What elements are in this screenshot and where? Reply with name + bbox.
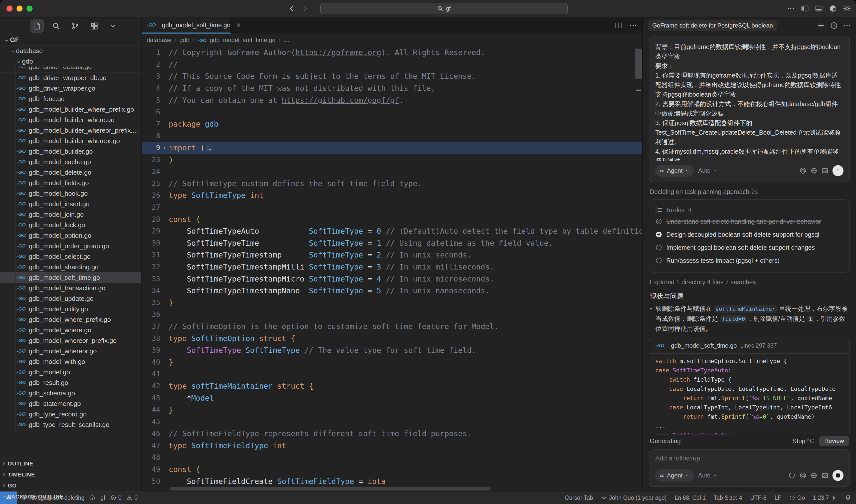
search-icon[interactable] bbox=[50, 20, 62, 32]
tree-file-gdb-model-builder-where-go[interactable]: GOgdb_model_builder_where.go bbox=[0, 114, 141, 125]
tree-file-gdb-model-hook-go[interactable]: GOgdb_model_hook.go bbox=[0, 188, 141, 199]
editor-more-actions-icon[interactable] bbox=[629, 21, 637, 30]
code-line-41[interactable]: 41 bbox=[142, 368, 642, 380]
go-version[interactable]: 1.23.7 bbox=[813, 494, 837, 501]
tree-file-gdb-model-insert-go[interactable]: GOgdb_model_insert.go bbox=[0, 199, 141, 209]
language-mode[interactable]: Go bbox=[789, 494, 805, 501]
fold-icon[interactable]: › bbox=[160, 144, 169, 152]
encoding[interactable]: UTF-8 bbox=[750, 494, 766, 501]
breadcrumb-item[interactable]: database bbox=[147, 37, 172, 43]
mention-icon[interactable] bbox=[799, 167, 806, 174]
breadcrumb-item[interactable]: … bbox=[283, 37, 289, 43]
code-line-48[interactable]: 48 bbox=[142, 451, 642, 464]
send-message-button[interactable]: ↑ bbox=[833, 165, 843, 176]
tree-folder-database[interactable]: ⌄database bbox=[0, 46, 141, 56]
extensions-cube-icon[interactable] bbox=[829, 4, 837, 13]
code-line-43[interactable]: 43 *Model bbox=[142, 392, 642, 404]
code-line-9[interactable]: 9›import (… bbox=[142, 142, 642, 154]
followup-input[interactable]: Add a follow-up bbox=[655, 454, 843, 466]
code-line-47[interactable]: 47type SoftTimeFieldType int bbox=[142, 440, 642, 452]
tree-file-gdb-model-whereor-prefix-go[interactable]: GOgdb_model_whereor_prefix.go bbox=[0, 335, 141, 346]
todo-item[interactable]: Understand soft delete handling and per-… bbox=[655, 215, 843, 228]
close-window-button[interactable] bbox=[6, 5, 13, 12]
code-line-27[interactable]: 27 bbox=[142, 201, 642, 214]
tree-file-gdb-model-soft-time-go[interactable]: GOgdb_model_soft_time.go bbox=[0, 272, 141, 283]
code-line-38[interactable]: 38type SoftTimeOption struct { bbox=[142, 332, 642, 344]
review-button[interactable]: Review bbox=[819, 436, 849, 446]
explored-summary[interactable]: Explored 1 directory 4 files 7 searches bbox=[650, 278, 849, 286]
code-line-50[interactable]: 50 SoftTimeFieldCreate SoftTimeFieldType… bbox=[142, 475, 642, 487]
tree-file-gdb-model-go[interactable]: GOgdb_model.go bbox=[0, 367, 141, 377]
attach-image-icon[interactable] bbox=[821, 472, 828, 479]
code-line-24[interactable]: 24 bbox=[142, 166, 642, 178]
git-blame[interactable]: John Guo (1 year ago) bbox=[601, 494, 666, 501]
toggle-sidebar-icon[interactable] bbox=[801, 4, 809, 13]
tree-file-gdb-model-delete-go[interactable]: GOgdb_model_delete.go bbox=[0, 167, 141, 178]
cursor-position[interactable]: Ln 68, Col 1 bbox=[675, 494, 706, 501]
code-line-1[interactable]: 1// Copyright GoFrame Author(https://gof… bbox=[142, 47, 642, 58]
web-globe-icon[interactable] bbox=[810, 167, 818, 174]
user-message-card[interactable]: 背景：目前goframe的数据库软删除特性，并不支持pgsql的boolean类… bbox=[649, 37, 850, 182]
tab-gdb_model_soft_time[interactable]: GO gdb_model_soft_time.go bbox=[142, 18, 231, 34]
todo-item[interactable]: Design decoupled boolean soft delete sup… bbox=[655, 228, 843, 241]
code-line-37[interactable]: 37// SoftTimeOption is the option to cus… bbox=[142, 321, 642, 332]
tree-file-gdb-model-update-go[interactable]: GOgdb_model_update.go bbox=[0, 293, 141, 304]
tree-file-gdb-model-option-go[interactable]: GOgdb_model_option.go bbox=[0, 230, 141, 241]
agent-mode-selector[interactable]: ∞Agent bbox=[655, 165, 694, 177]
section-go[interactable]: ›GO bbox=[0, 480, 141, 491]
tree-file-gdb-model-builder-whereor-prefix-[interactable]: GOgdb_model_builder_whereor_prefix.... bbox=[0, 125, 141, 136]
code-line-4[interactable]: 4// If a copy of the MIT was not distrib… bbox=[142, 82, 642, 94]
tree-file-gdb-model-builder-go[interactable]: GOgdb_model_builder.go bbox=[0, 146, 141, 157]
code-line-39[interactable]: 39 SoftTimeType SoftTimeType // The valu… bbox=[142, 344, 642, 356]
tree-file-gdb-func-go[interactable]: GOgdb_func.go bbox=[0, 94, 141, 104]
tree-file-gdb-model-fields-go[interactable]: GOgdb_model_fields.go bbox=[0, 178, 141, 188]
folded-region-badge[interactable]: … bbox=[206, 144, 213, 152]
code-line-3[interactable]: 3// This Source Code Form is subject to … bbox=[142, 70, 642, 82]
editor-horizontal-scrollbar[interactable] bbox=[170, 487, 491, 490]
toggle-panel-icon[interactable] bbox=[815, 4, 823, 13]
settings-gear-icon[interactable] bbox=[843, 4, 851, 13]
back-icon[interactable] bbox=[288, 4, 296, 13]
code-line-2[interactable]: 2// bbox=[142, 58, 642, 71]
breadcrumb-item[interactable]: GOgdb_model_soft_time.go bbox=[197, 37, 275, 43]
code-line-25[interactable]: 25// SoftTimeType custom defines the sof… bbox=[142, 178, 642, 190]
close-tab-icon[interactable] bbox=[235, 22, 242, 28]
tree-folder-GF[interactable]: ⌄GF bbox=[0, 35, 141, 46]
tree-file-gdb-type-result-scanlist-go[interactable]: GOgdb_type_result_scanlist.go bbox=[0, 419, 141, 430]
code-line-28[interactable]: 28const ( bbox=[142, 213, 642, 225]
section-outline[interactable]: ›OUTLINE bbox=[0, 458, 141, 469]
chat-more-icon[interactable] bbox=[843, 21, 851, 30]
code-line-46[interactable]: 46// SoftTimeFieldType represents differ… bbox=[142, 428, 642, 440]
tree-file-gdb-model-sharding-go[interactable]: GOgdb_model_sharding.go bbox=[0, 262, 141, 272]
tree-file-gdb-driver-wrapper-db-go[interactable]: GOgdb_driver_wrapper_db.go bbox=[0, 73, 141, 83]
chat-title[interactable]: GoFrame soft delete for PostgreSQL boole… bbox=[648, 20, 778, 31]
tree-file-gdb-model-where-prefix-go[interactable]: GOgdb_model_where_prefix.go bbox=[0, 314, 141, 325]
code-ref-filename[interactable]: gdb_model_soft_time.go bbox=[671, 342, 737, 349]
model-selector[interactable]: Auto bbox=[698, 167, 717, 174]
code-line-7[interactable]: 7package gdb bbox=[142, 118, 642, 130]
tree-file-gdb-model-transaction-go[interactable]: GOgdb_model_transaction.go bbox=[0, 283, 141, 293]
tree-file-gdb-model-join-go[interactable]: GOgdb_model_join.go bbox=[0, 209, 141, 220]
breadcrumb-item[interactable]: gdb bbox=[179, 37, 190, 43]
code-line-49[interactable]: 49const ( bbox=[142, 464, 642, 475]
model-selector[interactable]: Auto bbox=[698, 472, 717, 479]
code-line-32[interactable]: 32 SoftTimeTypeTimestampMilli SoftTimeTy… bbox=[142, 261, 642, 273]
attach-image-icon[interactable] bbox=[821, 167, 828, 174]
minimize-window-button[interactable] bbox=[17, 5, 22, 12]
tree-file-gdb-model-builder-whereor-go[interactable]: GOgdb_model_builder_whereor.go bbox=[0, 136, 141, 146]
todo-item[interactable]: Implement pgsql boolean soft delete supp… bbox=[655, 241, 843, 254]
cursor-tab[interactable]: Cursor Tab bbox=[565, 494, 593, 501]
new-chat-icon[interactable] bbox=[817, 21, 825, 30]
explorer-icon[interactable] bbox=[31, 20, 43, 32]
thinking-status[interactable]: Deciding on task planning approach2s bbox=[650, 188, 849, 195]
stop-button[interactable]: Stop^C bbox=[792, 437, 814, 445]
code-line-44[interactable]: 44} bbox=[142, 404, 642, 416]
eol[interactable]: LF bbox=[775, 494, 781, 501]
section-timeline[interactable]: ›TIMELINE bbox=[0, 469, 141, 480]
tree-file-gdb-schema-go[interactable]: GOgdb_schema.go bbox=[0, 388, 141, 398]
window-more-icon[interactable] bbox=[787, 4, 795, 13]
chat-messages[interactable]: 背景：目前goframe的数据库软删除特性，并不支持pgsql的boolean类… bbox=[643, 34, 856, 434]
code-line-35[interactable]: 35) bbox=[142, 296, 642, 309]
mention-icon[interactable] bbox=[799, 472, 806, 479]
code-line-34[interactable]: 34 SoftTimeTypeTimestampNano SoftTimeTyp… bbox=[142, 285, 642, 297]
